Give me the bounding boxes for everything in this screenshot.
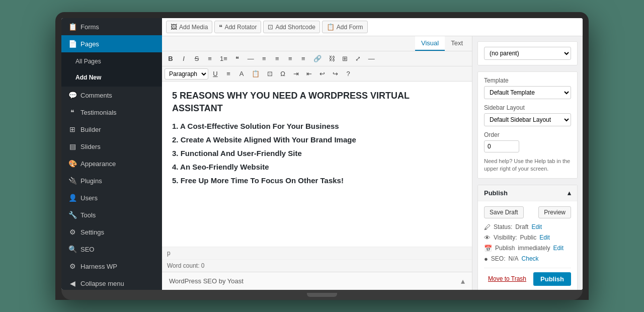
move-to-trash-button[interactable]: Move to Trash xyxy=(484,273,530,284)
status-label: Status: xyxy=(494,223,512,230)
unlink-button[interactable]: ⛓ xyxy=(326,53,338,64)
outdent-button[interactable]: ⇤ xyxy=(303,68,315,80)
template-label: Template xyxy=(484,77,571,84)
tab-visual[interactable]: Visual xyxy=(415,36,445,51)
tab-text[interactable]: Text xyxy=(445,36,469,51)
sidebar-layout-select[interactable]: Default Sidebar Layout xyxy=(484,113,571,126)
calendar-icon: 📅 xyxy=(484,245,492,252)
publish-content: Save Draft Preview 🖊 Status: Draft Edit xyxy=(478,201,577,290)
help-button[interactable]: ? xyxy=(342,68,354,80)
builder-icon: ⊞ xyxy=(68,125,76,133)
visibility-icon: 👁 xyxy=(484,234,491,242)
strikethrough-button[interactable]: S xyxy=(191,53,203,64)
sidebar-item-add-new[interactable]: Add New xyxy=(61,69,162,86)
status-row: 🖊 Status: Draft Edit xyxy=(484,223,571,231)
save-draft-button[interactable]: Save Draft xyxy=(484,206,524,218)
paste-button[interactable]: 📋 xyxy=(249,68,263,80)
sidebar-item-tools[interactable]: 🔧 Tools xyxy=(61,206,162,223)
parent-select[interactable]: (no parent) xyxy=(484,47,571,60)
appearance-icon: 🎨 xyxy=(68,160,76,168)
publish-time-edit-link[interactable]: Edit xyxy=(553,245,564,252)
sidebar-item-appearance[interactable]: 🎨 Appearance xyxy=(61,155,162,172)
visibility-label: Visibility: xyxy=(494,234,517,241)
align-left2-button[interactable]: ≡ xyxy=(222,68,234,80)
publish-button[interactable]: Publish xyxy=(533,272,571,286)
status-value: Draft xyxy=(515,223,528,230)
seo-label: SEO: xyxy=(491,255,506,262)
sidebar-item-sliders[interactable]: ▤ Sliders xyxy=(61,138,162,155)
visibility-edit-link[interactable]: Edit xyxy=(539,234,550,241)
status-edit-link[interactable]: Edit xyxy=(531,223,542,230)
unordered-list-button[interactable]: ≡ xyxy=(204,53,216,64)
comments-icon: 💬 xyxy=(68,91,76,99)
add-form-button[interactable]: 📋 Add Form xyxy=(322,21,368,33)
align-left-button[interactable]: ≡ xyxy=(258,53,270,64)
insert-table-button[interactable]: ⊞ xyxy=(339,53,351,64)
publish-toggle[interactable] xyxy=(568,189,571,197)
sidebar-item-pages[interactable]: 📄 Pages xyxy=(61,35,162,52)
order-input[interactable] xyxy=(484,140,519,152)
list-item-3: 3. Functional And User-Friendly Site xyxy=(172,149,462,158)
format-toolbar-row2: Paragraph U ≡ A 📋 ⊡ Ω ⇥ ⇤ ↩ ↪ ? xyxy=(162,66,472,82)
indent-button[interactable]: ⇥ xyxy=(290,68,302,80)
redo-button[interactable]: ↪ xyxy=(329,68,341,80)
blockquote-button[interactable]: ❝ xyxy=(231,53,244,64)
harnesswp-icon: ⚙ xyxy=(68,262,76,270)
align-right-button[interactable]: ≡ xyxy=(284,53,296,64)
add-form-icon: 📋 xyxy=(327,23,335,31)
sidebar-item-users[interactable]: 👤 Users xyxy=(61,189,162,206)
p-tag: p xyxy=(167,250,171,257)
sidebar-item-testimonials[interactable]: ❝ Testimonials xyxy=(61,104,162,121)
bold-button[interactable]: B xyxy=(165,53,177,64)
underline-button[interactable]: U xyxy=(209,68,221,80)
align-justify-button[interactable]: ≡ xyxy=(297,53,309,64)
editor-title: 5 REASONS WHY YOU NEED A WORDPRESS VIRTU… xyxy=(172,90,462,115)
sidebar-item-seo[interactable]: 🔍 SEO xyxy=(61,241,162,258)
undo-button[interactable]: ↩ xyxy=(316,68,328,80)
italic-button[interactable]: I xyxy=(178,53,190,64)
list-item-4: 4. An Seo-Friendly Website xyxy=(172,163,462,171)
testimonials-icon: ❝ xyxy=(68,108,76,116)
template-select[interactable]: Default Template xyxy=(484,86,571,99)
tools-icon: 🔧 xyxy=(68,211,76,219)
sidebar-item-plugins[interactable]: 🔌 Plugins xyxy=(61,172,162,189)
add-shortcode-button[interactable]: ⊡ Add Shortcode xyxy=(263,21,319,33)
sidebar-item-comments[interactable]: 💬 Comments xyxy=(61,87,162,104)
sidebar-item-all-pages[interactable]: All Pages xyxy=(61,53,162,69)
sidebar-item-builder[interactable]: ⊞ Builder xyxy=(61,121,162,138)
paragraph-select[interactable]: Paragraph xyxy=(165,68,208,80)
add-rotator-icon: ❝ xyxy=(219,23,222,31)
hr-button[interactable]: — xyxy=(245,53,257,64)
plugins-icon: 🔌 xyxy=(68,177,76,185)
align-center-button[interactable]: ≡ xyxy=(271,53,283,64)
add-rotator-button[interactable]: ❝ Add Rotator xyxy=(214,21,261,33)
ordered-list-button[interactable]: 1≡ xyxy=(217,53,230,64)
right-sidebar: (no parent) Template Default Template xyxy=(472,36,583,290)
sidebar-item-collapse-menu[interactable]: ◀ Collapse menu xyxy=(61,275,162,290)
preview-button[interactable]: Preview xyxy=(538,206,571,218)
yoast-toggle[interactable] xyxy=(461,276,465,286)
publish-time-label: Publish xyxy=(495,245,515,252)
yoast-bar[interactable]: WordPress SEO by Yoast xyxy=(162,272,472,290)
editor-content[interactable]: 5 REASONS WHY YOU NEED A WORDPRESS VIRTU… xyxy=(162,82,472,247)
sidebar-item-settings[interactable]: ⚙ Settings xyxy=(61,223,162,241)
text-color-button[interactable]: A xyxy=(235,68,248,80)
fullscreen-button[interactable]: ⤢ xyxy=(352,53,364,64)
sidebar-item-harness-wp[interactable]: ⚙ Harness WP xyxy=(61,258,162,275)
template-meta-box: Template Default Template Sidebar Layout… xyxy=(477,71,578,179)
insert-custom-button[interactable]: ⊡ xyxy=(264,68,276,80)
sliders-icon: ▤ xyxy=(68,142,76,150)
insert-link-button[interactable]: 🔗 xyxy=(310,53,325,64)
pages-icon: 📄 xyxy=(68,40,76,48)
more-button[interactable]: — xyxy=(365,53,378,64)
word-count: Word count: 0 xyxy=(162,259,472,272)
main-content: 🖼 Add Media ❝ Add Rotator ⊡ Add Shortcod… xyxy=(162,18,583,290)
list-item-1: 1. A Cost-Effective Solution For Your Bu… xyxy=(172,122,462,130)
status-icon: 🖊 xyxy=(484,223,491,231)
add-media-button[interactable]: 🖼 Add Media xyxy=(166,21,212,33)
sidebar-item-forms[interactable]: 📋 Forms xyxy=(61,18,162,35)
special-char-button[interactable]: Ω xyxy=(277,68,289,80)
seo-check-link[interactable]: Check xyxy=(522,255,539,262)
pages-submenu: All Pages Add New xyxy=(61,52,162,87)
list-item-2: 2. Create A Website Aligned With Your Br… xyxy=(172,135,462,144)
